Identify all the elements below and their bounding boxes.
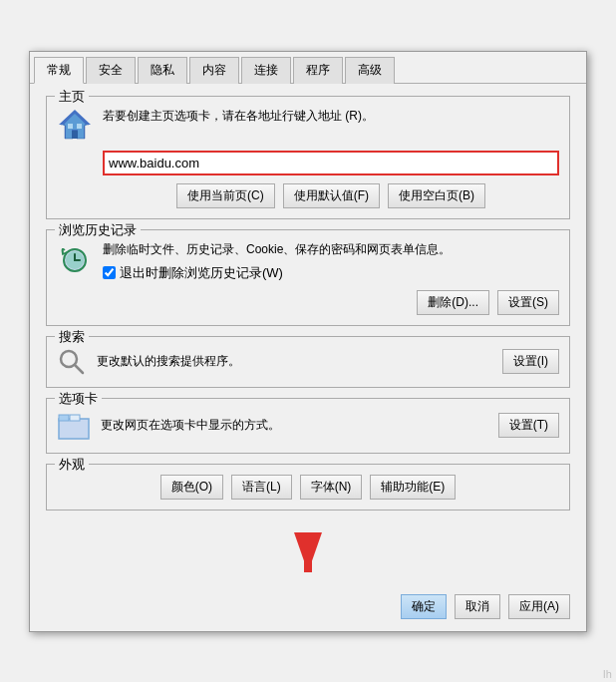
homepage-url-input[interactable] xyxy=(103,151,559,175)
tab-programs[interactable]: 程序 xyxy=(293,57,343,84)
tabs-row: 更改网页在选项卡中显示的方式。 设置(T) xyxy=(57,409,559,443)
apply-button[interactable]: 应用(A) xyxy=(508,594,570,619)
tabs-icon xyxy=(57,409,91,443)
url-buttons: 使用当前页(C) 使用默认值(F) 使用空白页(B) xyxy=(103,183,559,208)
history-buttons: 删除(D)... 设置(S) xyxy=(103,290,559,315)
home-icon xyxy=(57,107,93,143)
history-settings-button[interactable]: 设置(S) xyxy=(497,290,559,315)
homepage-label: 主页 xyxy=(55,88,89,106)
search-settings-button[interactable]: 设置(I) xyxy=(502,349,559,374)
history-icon xyxy=(57,240,93,276)
checkbox-row: 退出时删除浏览历史记录(W) xyxy=(103,264,559,282)
accessibility-button[interactable]: 辅助功能(E) xyxy=(370,475,456,500)
appearance-buttons: 颜色(O) 语言(L) 字体(N) 辅助功能(E) xyxy=(57,475,559,500)
use-blank-button[interactable]: 使用空白页(B) xyxy=(388,183,485,208)
svg-rect-12 xyxy=(59,419,89,439)
dialog: 常规 安全 隐私 内容 连接 程序 高级 主页 xyxy=(29,51,587,632)
bottom-bar: 确定 取消 应用(A) Ih xyxy=(30,586,586,631)
watermark: Ih xyxy=(599,666,616,682)
arrow-indicator xyxy=(30,532,586,582)
tab-content[interactable]: 内容 xyxy=(189,57,239,84)
svg-rect-5 xyxy=(68,124,73,129)
homepage-section: 主页 若要创建主页选项卡，请在各地址行键入地址 (R)。 xyxy=(46,96,570,219)
svg-rect-14 xyxy=(70,415,80,421)
optiontabs-description: 更改网页在选项卡中显示的方式。 xyxy=(101,417,488,434)
optiontabs-section: 选项卡 更改网页在选项卡中显示的方式。 设置(T) xyxy=(46,398,570,454)
tab-security[interactable]: 安全 xyxy=(86,57,136,84)
appearance-section: 外观 颜色(O) 语言(L) 字体(N) 辅助功能(E) xyxy=(46,464,570,511)
search-label: 搜索 xyxy=(55,328,89,346)
tab-connections[interactable]: 连接 xyxy=(241,57,291,84)
search-icon xyxy=(57,347,87,377)
use-current-page-button[interactable]: 使用当前页(C) xyxy=(176,183,275,208)
use-default-button[interactable]: 使用默认值(F) xyxy=(283,183,380,208)
language-button[interactable]: 语言(L) xyxy=(231,475,292,500)
history-section: 浏览历史记录 删除临时文件、历史记录、Cookie、保存的密码和网页表单信息。 … xyxy=(46,229,570,326)
appearance-label: 外观 xyxy=(55,456,89,474)
history-label: 浏览历史记录 xyxy=(55,221,141,239)
tabs-settings-button[interactable]: 设置(T) xyxy=(498,413,559,438)
svg-line-11 xyxy=(75,365,83,373)
tab-privacy[interactable]: 隐私 xyxy=(138,57,187,84)
url-input-wrapper xyxy=(103,151,559,175)
svg-rect-13 xyxy=(59,415,69,421)
delete-on-exit-checkbox[interactable] xyxy=(103,266,116,279)
history-row: 删除临时文件、历史记录、Cookie、保存的密码和网页表单信息。 退出时删除浏览… xyxy=(57,240,559,315)
history-description: 删除临时文件、历史记录、Cookie、保存的密码和网页表单信息。 xyxy=(103,240,559,258)
main-content: 主页 若要创建主页选项卡，请在各地址行键入地址 (R)。 xyxy=(30,84,586,530)
search-section: 搜索 更改默认的搜索提供程序。 设置(I) xyxy=(46,336,570,388)
search-description: 更改默认的搜索提供程序。 xyxy=(97,353,492,370)
homepage-description: 若要创建主页选项卡，请在各地址行键入地址 (R)。 xyxy=(103,107,559,125)
ok-button[interactable]: 确定 xyxy=(401,594,447,619)
font-button[interactable]: 字体(N) xyxy=(300,475,363,500)
homepage-row: 若要创建主页选项卡，请在各地址行键入地址 (R)。 xyxy=(57,107,559,143)
tab-general[interactable]: 常规 xyxy=(34,57,84,84)
svg-rect-6 xyxy=(77,124,82,129)
optiontabs-label: 选项卡 xyxy=(55,390,102,408)
tab-advanced[interactable]: 高级 xyxy=(345,57,395,84)
cancel-button[interactable]: 取消 xyxy=(455,594,500,619)
delete-history-button[interactable]: 删除(D)... xyxy=(417,290,489,315)
svg-rect-4 xyxy=(72,131,78,139)
history-content: 删除临时文件、历史记录、Cookie、保存的密码和网页表单信息。 退出时删除浏览… xyxy=(103,240,559,315)
color-button[interactable]: 颜色(O) xyxy=(160,475,223,500)
tab-bar: 常规 安全 隐私 内容 连接 程序 高级 xyxy=(30,52,586,84)
red-arrow-icon xyxy=(278,532,338,582)
search-row: 更改默认的搜索提供程序。 设置(I) xyxy=(57,347,559,377)
delete-on-exit-label: 退出时删除浏览历史记录(W) xyxy=(120,264,283,282)
